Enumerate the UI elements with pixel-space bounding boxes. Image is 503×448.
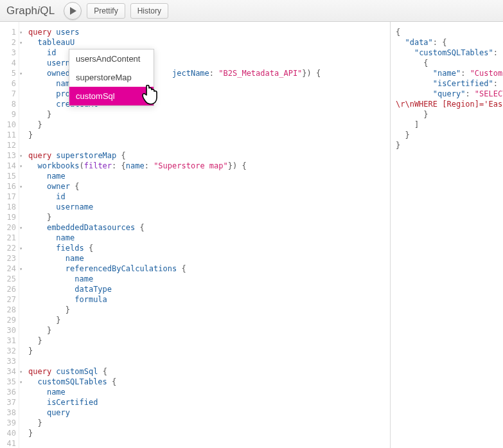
- line-gutter: 1234567891011121314151617181920212223242…: [0, 22, 19, 448]
- line-number: 27: [0, 294, 16, 305]
- line-number: 30: [0, 325, 16, 336]
- code-line[interactable]: fields {: [28, 243, 390, 253]
- code-line[interactable]: [28, 140, 390, 150]
- result-line: }: [396, 109, 503, 120]
- topbar: GraphiQL Prettify History: [0, 0, 503, 22]
- result-line: "customSQLTables": [: [396, 48, 503, 58]
- code-line[interactable]: query users: [28, 27, 390, 37]
- line-number: 38: [0, 408, 16, 418]
- line-number: 2: [0, 37, 16, 48]
- line-number: 26: [0, 284, 16, 294]
- code-line[interactable]: dataType: [28, 284, 390, 294]
- result-line: }: [396, 130, 503, 140]
- code-line[interactable]: formula: [28, 294, 390, 305]
- line-number: 8: [0, 99, 16, 109]
- line-number: 37: [0, 397, 16, 408]
- line-number: 15: [0, 171, 16, 181]
- line-number: 18: [0, 202, 16, 212]
- result-line: \r\nWHERE [Region]='East': [396, 99, 503, 109]
- line-number: 41: [0, 438, 16, 448]
- line-number: 6: [0, 78, 16, 89]
- code-line[interactable]: username: [28, 202, 390, 212]
- line-number: 35: [0, 377, 16, 387]
- logo: GraphiQL: [6, 4, 55, 17]
- result-line: "name": "Custom S: [396, 68, 503, 78]
- line-number: 25: [0, 274, 16, 284]
- code-line[interactable]: }: [28, 325, 390, 336]
- line-number: 21: [0, 233, 16, 243]
- code-line[interactable]: referencedByCalculations {: [28, 264, 390, 274]
- query-editor[interactable]: 1234567891011121314151617181920212223242…: [0, 22, 391, 448]
- code-line[interactable]: name: [28, 253, 390, 264]
- code-line[interactable]: }: [28, 120, 390, 130]
- result-line: ]: [396, 120, 503, 130]
- code-line[interactable]: }: [28, 212, 390, 222]
- line-number: 20: [0, 222, 16, 233]
- operation-option-superstoreMap[interactable]: superstoreMap: [69, 68, 154, 87]
- code-line[interactable]: }: [28, 336, 390, 346]
- line-number: 16: [0, 181, 16, 192]
- line-number: 10: [0, 120, 16, 130]
- code-line[interactable]: }: [28, 418, 390, 428]
- code-line[interactable]: name: [28, 171, 390, 181]
- line-number: 5: [0, 68, 16, 78]
- results-pane: { "data": { "customSQLTables": [ { "name…: [391, 22, 503, 448]
- line-number: 34: [0, 366, 16, 377]
- code-line[interactable]: }: [28, 305, 390, 315]
- code-line[interactable]: customSQLTables {: [28, 377, 390, 387]
- line-number: 13: [0, 150, 16, 161]
- operation-dropdown[interactable]: usersAndContentsuperstoreMapcustomSql: [69, 49, 154, 106]
- main: 1234567891011121314151617181920212223242…: [0, 22, 503, 448]
- operation-option-usersAndContent[interactable]: usersAndContent: [69, 49, 154, 68]
- code-line[interactable]: query customSql {: [28, 366, 390, 377]
- line-number: 11: [0, 130, 16, 140]
- code-line[interactable]: embeddedDatasources {: [28, 222, 390, 233]
- line-number: 31: [0, 336, 16, 346]
- result-line: "query": "SELECT: [396, 89, 503, 99]
- line-number: 14: [0, 161, 16, 171]
- code-line[interactable]: id: [28, 192, 390, 202]
- line-number: 28: [0, 305, 16, 315]
- line-number: 7: [0, 89, 16, 99]
- code-line[interactable]: [28, 356, 390, 366]
- line-number: 1: [0, 27, 16, 37]
- code-line[interactable]: name: [28, 387, 390, 397]
- line-number: 33: [0, 356, 16, 366]
- logo-text-pre: Graph: [6, 4, 37, 17]
- line-number: 4: [0, 58, 16, 68]
- history-button[interactable]: History: [130, 3, 168, 19]
- prettify-button[interactable]: Prettify: [87, 3, 125, 19]
- result-line: {: [396, 27, 503, 37]
- code-line[interactable]: }: [28, 346, 390, 356]
- line-number: 9: [0, 109, 16, 120]
- line-number: 24: [0, 264, 16, 274]
- line-number: 19: [0, 212, 16, 222]
- line-number: 32: [0, 346, 16, 356]
- code-line[interactable]: }: [28, 315, 390, 325]
- code-line[interactable]: }: [28, 109, 390, 120]
- line-number: 23: [0, 253, 16, 264]
- execute-button[interactable]: [64, 2, 82, 20]
- code-line[interactable]: }: [28, 428, 390, 438]
- operation-option-customSql[interactable]: customSql: [69, 87, 154, 105]
- code-line[interactable]: isCertified: [28, 397, 390, 408]
- code-line[interactable]: query superstoreMap {: [28, 150, 390, 161]
- code-line[interactable]: workbooks(filter: {name: "Superstore map…: [28, 161, 390, 171]
- result-line: }: [396, 140, 503, 150]
- code-line[interactable]: query: [28, 408, 390, 418]
- code-line[interactable]: name: [28, 233, 390, 243]
- code-line[interactable]: }: [28, 130, 390, 140]
- line-number: 17: [0, 192, 16, 202]
- result-line: "data": {: [396, 37, 503, 48]
- code-line[interactable]: tableauU: [28, 37, 390, 48]
- play-icon: [69, 7, 77, 15]
- line-number: 3: [0, 48, 16, 58]
- line-number: 40: [0, 428, 16, 438]
- line-number: 36: [0, 387, 16, 397]
- line-number: 12: [0, 140, 16, 150]
- logo-text-post: QL: [40, 4, 55, 17]
- code-line[interactable]: [28, 438, 390, 448]
- code-line[interactable]: name: [28, 274, 390, 284]
- line-number: 29: [0, 315, 16, 325]
- code-line[interactable]: owner {: [28, 181, 390, 192]
